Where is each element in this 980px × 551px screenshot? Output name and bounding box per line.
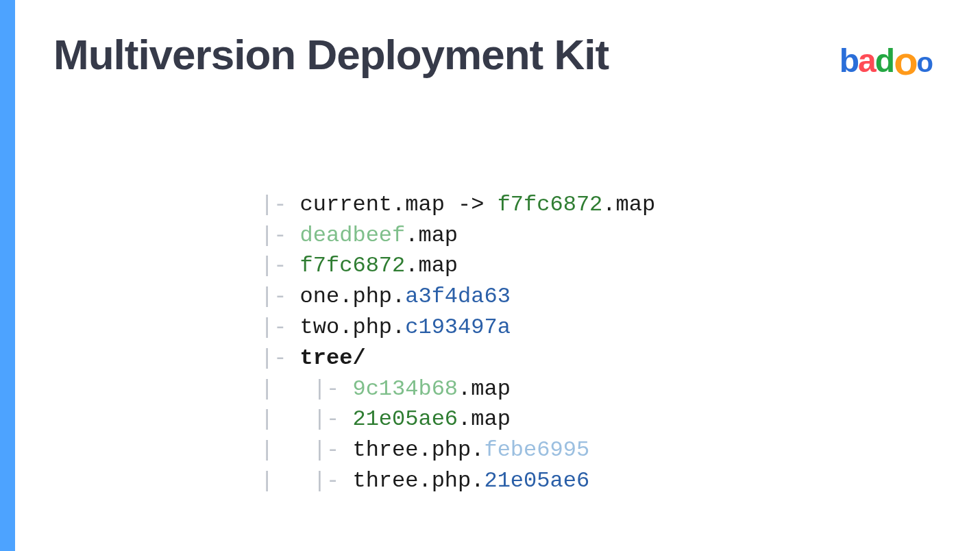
tree-hash: c193497a — [405, 315, 511, 340]
tree-hash: a3f4da63 — [405, 284, 511, 309]
tree-line: |- two.php.c193497a — [260, 315, 511, 340]
tree-pipe: |- — [260, 315, 300, 340]
tree-text: two.php. — [300, 315, 406, 340]
tree-line: | |- 21e05ae6.map — [260, 406, 511, 432]
tree-text: .map — [405, 223, 458, 248]
tree-line: | |- 9c134b68.map — [260, 376, 511, 402]
tree-pipe: |- — [260, 345, 300, 371]
slide-title: Multiversion Deployment Kit — [53, 30, 609, 79]
tree-text: three.php. — [352, 468, 484, 493]
tree-hash: 21e05ae6 — [484, 468, 589, 493]
badoo-logo: badoo — [840, 41, 932, 81]
tree-hash: f7fc6872 — [300, 253, 406, 278]
logo-letter-o1: o — [894, 41, 916, 81]
tree-line: |- tree/ — [260, 345, 366, 371]
tree-pipe: |- — [260, 253, 300, 278]
tree-hash: deadbeef — [300, 223, 406, 248]
tree-hash: 9c134b68 — [352, 376, 458, 402]
tree-pipe: |- — [260, 223, 300, 248]
tree-pipe: | |- — [260, 376, 352, 402]
tree-dir: tree/ — [300, 345, 366, 371]
tree-line: | |- three.php.febe6995 — [260, 437, 589, 463]
slide: Multiversion Deployment Kit badoo |- cur… — [0, 0, 980, 551]
tree-pipe: | |- — [260, 468, 352, 493]
tree-line: |- current.map -> f7fc6872.map — [260, 192, 655, 217]
accent-bar — [0, 0, 15, 551]
tree-pipe: | |- — [260, 437, 352, 463]
tree-pipe: |- — [260, 284, 300, 309]
tree-text: current.map -> — [300, 192, 498, 217]
logo-letter-d: d — [875, 42, 894, 79]
tree-text: one.php. — [300, 284, 406, 309]
tree-text: .map — [405, 253, 458, 278]
tree-line: |- deadbeef.map — [260, 223, 458, 248]
tree-line: |- one.php.a3f4da63 — [260, 284, 511, 309]
file-tree: |- current.map -> f7fc6872.map |- deadbe… — [260, 159, 655, 497]
tree-text: .map — [458, 406, 511, 432]
tree-pipe: | |- — [260, 406, 352, 432]
tree-text: .map — [458, 376, 511, 402]
logo-letter-b: b — [840, 42, 858, 79]
logo-letter-o2: o — [917, 47, 932, 77]
tree-pipe: |- — [260, 192, 300, 217]
tree-hash: f7fc6872 — [498, 192, 603, 217]
tree-line: | |- three.php.21e05ae6 — [260, 468, 589, 493]
tree-line: |- f7fc6872.map — [260, 253, 458, 278]
logo-letter-a: a — [858, 42, 875, 79]
tree-hash: febe6995 — [484, 437, 589, 463]
tree-hash: 21e05ae6 — [352, 406, 458, 432]
tree-text: three.php. — [352, 437, 484, 463]
tree-text: .map — [602, 192, 655, 217]
